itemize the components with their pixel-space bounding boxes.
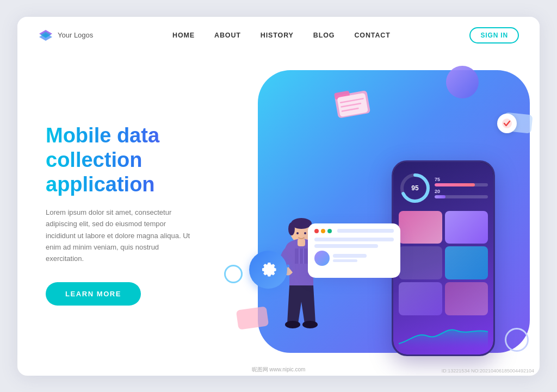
float-bottom-row [314, 251, 394, 266]
folder-icon [330, 79, 374, 123]
nav-home[interactable]: HOME [172, 32, 195, 39]
logo-area: Your Logos [38, 29, 93, 42]
stat-bar-20 [435, 195, 488, 198]
navbar: Your Logos HOME ABOUT HISTORY BLOG CONTA… [17, 17, 540, 54]
phone-card-6 [445, 282, 488, 315]
nav-contact[interactable]: CONTACT [354, 32, 390, 39]
logo-icon [38, 29, 53, 42]
float-line-3 [333, 254, 367, 258]
float-top-bar [314, 229, 394, 233]
svg-text:95: 95 [411, 184, 419, 192]
gear-icon [258, 260, 278, 279]
deco-circle-mid [224, 265, 243, 283]
signin-button[interactable]: SIGN IN [469, 27, 519, 43]
float-lines [314, 238, 394, 266]
nav-about[interactable]: ABOUT [214, 32, 241, 39]
svg-point-15 [288, 222, 295, 235]
watermark: 昵图网 www.nipic.com [252, 366, 306, 374]
phone-card-4 [445, 246, 488, 279]
nav-history[interactable]: HISTORY [261, 32, 294, 39]
float-line-2 [314, 244, 378, 248]
float-text-col [333, 254, 394, 262]
stat-label-20: 20 [435, 189, 488, 194]
dot-yellow [321, 229, 325, 233]
float-title-bar [337, 229, 394, 233]
stat-fill-20 [435, 195, 445, 198]
main-card: Your Logos HOME ABOUT HISTORY BLOG CONTA… [17, 17, 540, 376]
learn-more-button[interactable]: LEARN MORE [46, 282, 141, 306]
svg-point-22 [304, 232, 306, 234]
deco-circle-bottomright [505, 328, 529, 352]
gauge-chart: 95 [399, 172, 431, 204]
svg-rect-20 [298, 239, 305, 246]
phone-screen: 95 75 20 [393, 162, 493, 354]
dot-red [314, 229, 319, 233]
float-avatar [314, 251, 330, 266]
float-line-1 [314, 238, 394, 241]
floating-ui-card [308, 223, 400, 278]
checkmark-icon [502, 118, 512, 129]
phone-device: 95 75 20 [392, 160, 495, 356]
phone-gauge-row: 95 75 20 [399, 172, 488, 204]
stat-fill-75 [435, 183, 475, 186]
phone-card-5 [399, 282, 442, 315]
logo-text: Your Logos [58, 31, 93, 39]
dot-green [327, 229, 332, 233]
right-panel: 95 75 20 [219, 54, 540, 376]
hero-description: Lorem ipsum dolor sit amet, consectetur … [46, 207, 193, 265]
svg-point-18 [285, 321, 300, 328]
phone-stats: 75 20 [435, 177, 488, 200]
nav-links: HOME ABOUT HISTORY BLOG CONTACT [172, 32, 391, 39]
check-badge [497, 114, 517, 133]
chart-svg [399, 321, 488, 349]
left-panel: Mobile data collection application Lorem… [17, 54, 219, 376]
deco-circle-topleft [446, 66, 479, 98]
gear-badge [249, 251, 287, 289]
svg-point-21 [296, 232, 299, 234]
phone-chart [399, 321, 488, 349]
phone-card-2 [445, 211, 488, 244]
id-badge: ID:13221534 NO:20210406185004492104 [442, 368, 534, 374]
stat-bar-75 [435, 183, 488, 186]
float-line-4 [333, 259, 357, 262]
phone-grid [399, 211, 488, 315]
nav-blog[interactable]: BLOG [313, 32, 335, 39]
svg-point-19 [302, 321, 318, 328]
phone-card-3 [399, 246, 442, 279]
main-content: Mobile data collection application Lorem… [17, 54, 540, 376]
deco-rect-pink [236, 306, 269, 329]
hero-title: Mobile data collection application [46, 123, 219, 196]
phone-card-1 [399, 211, 442, 244]
stat-label-75: 75 [435, 177, 488, 182]
svg-point-9 [502, 119, 512, 128]
